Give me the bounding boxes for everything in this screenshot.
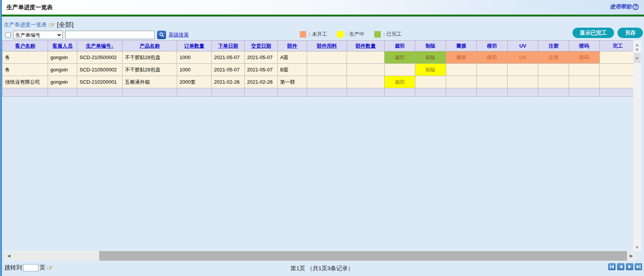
column-header-label: 完工	[613, 43, 623, 49]
process-cell-diecut	[477, 76, 508, 88]
jump-to-label: 跳转到	[5, 264, 22, 271]
column-header-label[interactable]: 部件数量	[356, 43, 376, 49]
column-header-label[interactable]: 交货日期	[251, 43, 271, 49]
empty-cell	[123, 88, 177, 97]
pointer-hand-icon[interactable]: ☞	[48, 22, 55, 28]
column-header-label[interactable]: 订单数量	[184, 43, 204, 49]
process-cell-uv	[508, 64, 538, 76]
next-page-button[interactable]	[626, 263, 633, 270]
scroll-up-icon[interactable]: ▲	[633, 43, 641, 47]
process-cell-spray: 喷码	[569, 51, 600, 64]
process-cell-inject: 注塑	[538, 51, 569, 64]
column-header-label[interactable]: 产品名称	[140, 43, 160, 49]
column-header-uv: UV	[508, 41, 538, 51]
horizontal-scrollbar[interactable]: ◀ ▶	[5, 251, 636, 261]
column-header-label[interactable]: 部件	[287, 43, 297, 49]
cell-order_date: 2021-05-07	[212, 51, 245, 64]
scope-label: [全部]	[57, 20, 73, 29]
process-cell-diecut: 模切	[477, 51, 508, 64]
column-header-label[interactable]: 生产单编号↓	[86, 43, 114, 49]
search-input[interactable]	[65, 31, 154, 39]
table-header-row: 客户名称客服人员生产单编号↓产品名称订单数量下单日期交货日期部件部件用料部件数量…	[3, 41, 636, 51]
search-bar: 生产单编号 高级搜索	[5, 31, 189, 39]
column-header-order_date[interactable]: 下单日期	[212, 41, 245, 51]
legend-label-not-started: ：未开工	[307, 31, 327, 38]
empty-cell	[278, 88, 307, 97]
search-button[interactable]	[157, 31, 166, 39]
prev-page-button[interactable]	[617, 263, 624, 270]
empty-cell	[347, 88, 385, 97]
vertical-scrollbar[interactable]: ▲ ▼ ▲ ▼	[633, 40, 641, 252]
legend-item-not-started: ：未开工	[300, 31, 327, 38]
legend-item-in-progress: ：生产中	[337, 31, 364, 38]
column-header-label: 覆膜	[456, 43, 466, 49]
empty-cell	[3, 88, 48, 97]
cell-customer: 务	[3, 64, 48, 76]
process-cell-cut: 裁切	[385, 51, 415, 64]
cell-product: 不干胶贴28煎盘	[123, 64, 177, 76]
help-link[interactable]: 使用帮助 ?	[610, 3, 639, 10]
column-header-qty[interactable]: 订单数量	[177, 41, 212, 51]
show-completed-button[interactable]: 显示已完工	[573, 28, 614, 38]
process-cell-uv: UV	[508, 51, 538, 64]
legend-swatch-not-started	[300, 31, 306, 38]
left-edge-strip	[0, 0, 2, 276]
process-cell-finish	[600, 51, 636, 64]
column-header-cs_agent[interactable]: 客服人员	[48, 41, 77, 51]
column-header-label[interactable]: 部件用料	[317, 43, 337, 49]
cell-order_date: 2021-05-07	[212, 64, 245, 76]
column-header-material[interactable]: 部件用料	[307, 41, 347, 51]
cell-cs_agent: gongxin	[48, 76, 77, 88]
column-header-label[interactable]: 客服人员	[53, 43, 73, 49]
empty-cell	[538, 88, 569, 97]
empty-cell	[77, 88, 123, 97]
progress-table-wrap: 客户名称客服人员生产单编号↓产品名称订单数量下单日期交货日期部件部件用料部件数量…	[2, 40, 636, 97]
column-header-label: 注塑	[549, 43, 559, 49]
search-field-select[interactable]: 生产单编号	[13, 31, 63, 39]
jump-to-page: 跳转到 页 ☞	[5, 264, 53, 271]
column-header-finish: 完工	[600, 41, 636, 51]
cell-qty: 1000	[177, 51, 212, 64]
column-header-label[interactable]: 下单日期	[218, 43, 238, 49]
column-header-product[interactable]: 产品名称	[123, 41, 177, 51]
vertical-scroll-thumb[interactable]: ▲	[634, 53, 641, 63]
scroll-bottom-icon[interactable]: ▼	[633, 245, 641, 250]
empty-cell	[212, 88, 245, 97]
column-header-customer[interactable]: 客户名称	[3, 41, 48, 51]
cell-order_date: 2021-02-26	[212, 76, 245, 88]
jump-go-icon[interactable]: ☞	[46, 265, 53, 271]
cell-customer: 佳纸业有限公司	[3, 76, 48, 88]
save-as-button[interactable]: 另存	[617, 28, 643, 38]
horizontal-scroll-thumb[interactable]	[99, 251, 627, 261]
jump-page-suffix: 页	[40, 264, 45, 271]
column-header-part_qty[interactable]: 部件数量	[347, 41, 385, 51]
breadcrumb-link[interactable]: 生产单进度一览表	[4, 21, 47, 28]
column-header-spray: 喷码	[569, 41, 600, 51]
column-header-part[interactable]: 部件	[278, 41, 307, 51]
progress-table: 客户名称客服人员生产单编号↓产品名称订单数量下单日期交货日期部件部件用料部件数量…	[2, 40, 636, 97]
scroll-down-icon[interactable]: ▼	[633, 48, 641, 52]
column-header-plate: 制版	[415, 41, 446, 51]
column-header-order_no[interactable]: 生产单编号↓	[77, 41, 123, 51]
filter-checkbox[interactable]	[5, 32, 11, 38]
process-cell-laminate: 覆膜	[446, 51, 477, 64]
jump-page-input[interactable]	[23, 264, 38, 271]
cell-order_no: SCD-210200001	[77, 76, 123, 88]
column-header-label[interactable]: 客户名称	[15, 43, 35, 49]
advanced-search-link[interactable]: 高级搜索	[169, 31, 189, 38]
empty-cell	[569, 88, 600, 97]
scroll-right-icon[interactable]: ▶	[628, 251, 635, 261]
legend-swatch-done	[374, 31, 381, 38]
page-info: 第1页 （共1页3条记录）	[0, 265, 644, 272]
scroll-left-icon[interactable]: ◀	[5, 251, 12, 261]
page-title: 生产单进度一览表	[0, 4, 53, 11]
table-row: 务gongxinSCD-210500002不干胶贴28煎盘10002021-05…	[3, 51, 636, 64]
cell-material	[307, 51, 347, 64]
column-header-due_date[interactable]: 交货日期	[245, 41, 278, 51]
cell-qty: 1000	[177, 64, 212, 76]
last-page-button[interactable]	[635, 263, 642, 270]
first-page-button[interactable]	[608, 263, 616, 270]
process-cell-cut: 裁切	[385, 76, 415, 88]
empty-cell	[177, 88, 212, 97]
column-header-laminate: 覆膜	[446, 41, 477, 51]
